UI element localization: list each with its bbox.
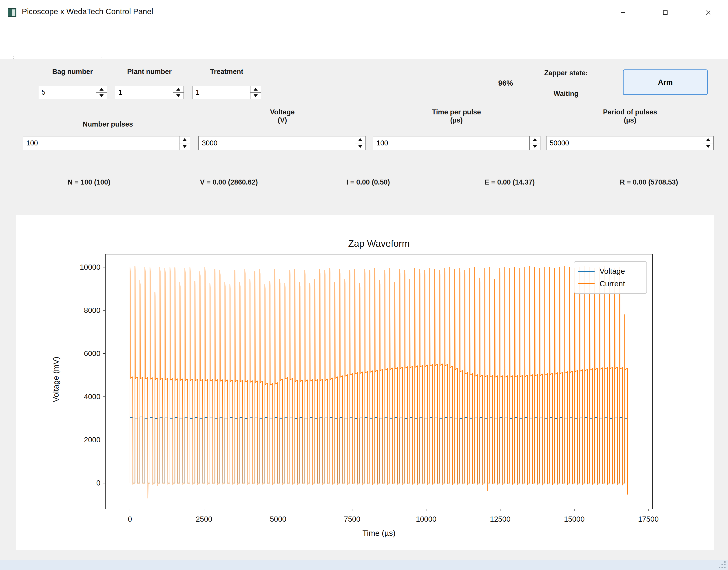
down-arrow-icon: [253, 94, 258, 97]
treatment-up-button[interactable]: [250, 86, 261, 92]
svg-text:0: 0: [128, 515, 132, 523]
voltage-label: Voltage (V): [249, 108, 316, 124]
bag-number-spinbox[interactable]: 5: [38, 86, 107, 99]
readout-n: N = 100 (100): [31, 178, 147, 186]
svg-text:10000: 10000: [416, 515, 437, 523]
chart-legend: Voltage Current: [574, 261, 647, 294]
bag-number-steppers: [96, 86, 107, 99]
up-arrow-icon: [706, 138, 710, 141]
period-label-text: Period of pulses: [603, 108, 657, 116]
down-arrow-icon: [706, 145, 710, 148]
bag-number-label: Bag number: [38, 68, 107, 76]
number-pulses-value[interactable]: 100: [23, 136, 179, 150]
legend-label: Current: [600, 279, 625, 288]
down-arrow-icon: [176, 94, 180, 97]
period-label: Period of pulses (µs): [596, 108, 664, 124]
svg-text:4000: 4000: [84, 392, 100, 401]
voltage-spinbox[interactable]: 3000: [198, 136, 366, 150]
time-per-pulse-label: Time per pulse (µs): [423, 108, 490, 124]
plant-number-up-button[interactable]: [173, 86, 183, 92]
readout-e: E = 0.00 (14.37): [451, 178, 568, 186]
title-bar: Picoscope x WedaTech Control Panel: [0, 0, 728, 25]
svg-text:6000: 6000: [84, 349, 100, 358]
plant-number-label: Plant number: [115, 68, 184, 76]
plant-number-steppers: [173, 86, 183, 99]
bag-number-down-button[interactable]: [96, 92, 107, 99]
time-per-pulse-down-button[interactable]: [530, 144, 540, 150]
resize-grip[interactable]: [717, 560, 726, 569]
maximize-button[interactable]: [655, 0, 676, 25]
number-pulses-down-button[interactable]: [179, 144, 190, 150]
svg-text:7500: 7500: [344, 515, 360, 523]
bag-number-value[interactable]: 5: [38, 86, 96, 99]
time-per-pulse-spinbox[interactable]: 100: [373, 136, 541, 150]
minimize-button[interactable]: [612, 0, 633, 25]
period-spinbox[interactable]: 50000: [546, 136, 714, 150]
readout-i: I = 0.00 (0.50): [310, 178, 427, 186]
svg-text:5000: 5000: [270, 515, 286, 523]
voltage-value[interactable]: 3000: [199, 136, 355, 150]
time-per-pulse-value[interactable]: 100: [373, 136, 529, 150]
number-pulses-steppers: [179, 136, 190, 150]
zapper-state-value: Waiting: [530, 90, 602, 98]
arm-button[interactable]: Arm: [623, 69, 708, 95]
period-unit-text: (µs): [596, 116, 664, 124]
zapper-state-label: Zapper state:: [530, 69, 602, 77]
up-arrow-icon: [533, 138, 537, 141]
waveform-figure: 0250050007500100001250015000175000200040…: [16, 215, 714, 550]
voltage-down-button[interactable]: [355, 144, 366, 150]
period-up-button[interactable]: [703, 136, 713, 144]
progress-percent: 96%: [479, 79, 533, 87]
svg-text:8000: 8000: [84, 306, 100, 314]
readout-v: V = 0.00 (2860.62): [170, 178, 287, 186]
number-pulses-spinbox[interactable]: 100: [23, 136, 190, 150]
app-window: Picoscope x WedaTech Control Panel: [0, 0, 728, 570]
svg-text:0: 0: [96, 479, 100, 487]
readout-r: R = 0.00 (5708.53): [591, 178, 707, 186]
legend-entry-voltage: Voltage: [578, 267, 642, 276]
svg-text:2500: 2500: [196, 515, 212, 523]
treatment-spinbox[interactable]: 1: [192, 86, 261, 99]
svg-text:12500: 12500: [490, 515, 511, 523]
svg-text:17500: 17500: [638, 515, 659, 523]
down-arrow-icon: [358, 145, 362, 148]
treatment-value[interactable]: 1: [192, 86, 250, 99]
plant-number-down-button[interactable]: [173, 92, 183, 99]
legend-label: Voltage: [600, 267, 625, 276]
period-down-button[interactable]: [703, 144, 713, 150]
legend-entry-current: Current: [578, 279, 642, 288]
up-arrow-icon: [99, 88, 104, 90]
status-bar: [0, 560, 728, 570]
close-icon: [705, 9, 712, 16]
voltage-unit-text: (V): [249, 116, 316, 124]
voltage-label-text: Voltage: [270, 108, 295, 116]
up-arrow-icon: [176, 88, 180, 90]
time-per-pulse-unit-text: (µs): [423, 116, 490, 124]
maximize-icon: [662, 9, 669, 16]
treatment-steppers: [250, 86, 261, 99]
treatment-down-button[interactable]: [250, 92, 261, 99]
minimize-icon: [620, 9, 626, 16]
down-arrow-icon: [183, 145, 187, 148]
up-arrow-icon: [253, 88, 258, 90]
app-icon: [8, 8, 16, 17]
number-pulses-up-button[interactable]: [179, 136, 190, 144]
svg-text:15000: 15000: [564, 515, 585, 523]
voltage-steppers: [355, 136, 366, 150]
close-button[interactable]: [698, 0, 719, 25]
treatment-label: Treatment: [192, 68, 261, 76]
svg-text:2000: 2000: [84, 436, 100, 444]
up-arrow-icon: [358, 138, 362, 141]
period-value[interactable]: 50000: [547, 136, 703, 150]
time-per-pulse-up-button[interactable]: [530, 136, 540, 144]
voltage-line-sample: [578, 271, 595, 272]
y-axis-label: Voltage (mV): [51, 334, 60, 424]
number-pulses-label: Number pulses: [74, 120, 141, 128]
plant-number-value[interactable]: 1: [115, 86, 173, 99]
current-line-sample: [578, 283, 595, 284]
voltage-up-button[interactable]: [355, 136, 366, 144]
bag-number-up-button[interactable]: [96, 86, 107, 92]
time-per-pulse-steppers: [529, 136, 540, 150]
plant-number-spinbox[interactable]: 1: [115, 86, 184, 99]
period-steppers: [703, 136, 713, 150]
